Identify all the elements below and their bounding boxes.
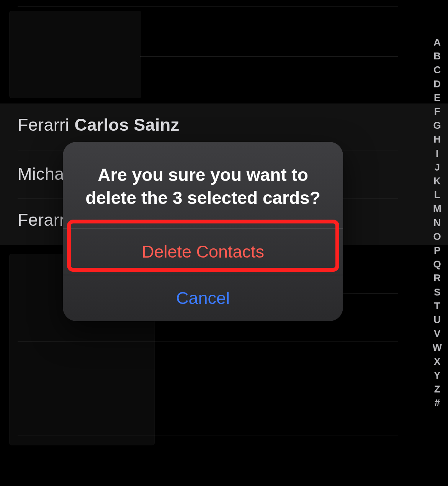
alpha-index-letter[interactable]: Z [434, 382, 440, 396]
redacted-block [9, 11, 141, 98]
delete-contacts-button[interactable]: Delete Contacts [63, 228, 343, 275]
alpha-index-letter[interactable]: R [433, 271, 441, 285]
alpha-index-letter[interactable]: B [433, 49, 441, 63]
alpha-index-letter[interactable]: # [434, 396, 440, 410]
alpha-index-letter[interactable]: L [434, 188, 440, 202]
alpha-index-letter[interactable]: E [434, 91, 440, 105]
alpha-index-letter[interactable]: W [432, 340, 442, 354]
row-separator [18, 6, 398, 7]
alpha-index-letter[interactable]: T [434, 299, 440, 313]
confirm-delete-alert: Are you sure you want to delete the 3 se… [63, 142, 343, 321]
contact-prefix: Ferarri [18, 115, 69, 135]
contact-prefix: Micha [18, 164, 64, 184]
alpha-index-letter[interactable]: F [434, 105, 440, 118]
row-separator [157, 388, 398, 388]
alpha-index-letter[interactable]: H [433, 132, 441, 146]
alpha-index-letter[interactable]: S [434, 285, 440, 299]
row-separator [140, 56, 398, 57]
alpha-index[interactable]: A B C D E F G H I J K L M N O P Q R S T … [432, 35, 442, 410]
alpha-index-letter[interactable]: N [433, 216, 441, 230]
alpha-index-letter[interactable]: V [434, 327, 440, 340]
alpha-index-letter[interactable]: M [433, 202, 441, 215]
alpha-index-letter[interactable]: O [433, 230, 441, 243]
cancel-button[interactable]: Cancel [63, 275, 343, 321]
alpha-index-letter[interactable]: Y [434, 368, 440, 382]
row-separator [18, 435, 398, 435]
alpha-index-letter[interactable]: C [433, 63, 441, 77]
alpha-index-letter[interactable]: X [434, 355, 440, 368]
alpha-index-letter[interactable]: K [433, 174, 441, 188]
alpha-index-letter[interactable]: P [434, 243, 440, 257]
alpha-index-letter[interactable]: J [434, 160, 440, 174]
alert-title: Are you sure you want to delete the 3 se… [63, 142, 343, 228]
alpha-index-letter[interactable]: Q [433, 257, 441, 271]
alpha-index-letter[interactable]: G [433, 118, 441, 132]
contact-row[interactable]: Ferarri Carlos Sainz [18, 115, 398, 135]
row-separator [18, 341, 398, 342]
contact-prefix: Ferarr [18, 210, 65, 230]
alpha-index-letter[interactable]: D [433, 77, 441, 91]
alpha-index-letter[interactable]: I [436, 146, 438, 160]
alpha-index-letter[interactable]: A [433, 35, 441, 49]
contact-name: Carlos Sainz [75, 115, 180, 135]
alpha-index-letter[interactable]: U [433, 313, 441, 327]
